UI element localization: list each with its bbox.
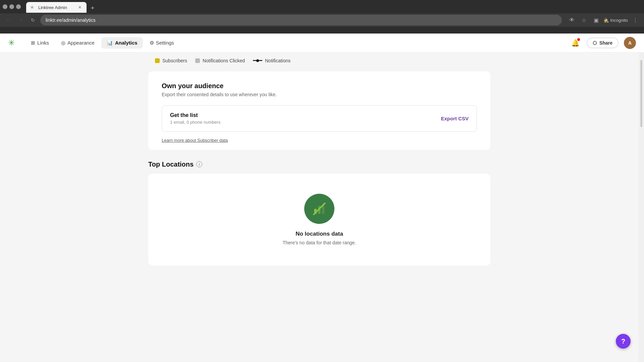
top-locations-title: Top Locations (148, 161, 194, 168)
nav-items: ⊞ Links ◎ Appearance 📊 Analytics ⚙ Setti… (25, 37, 569, 49)
no-locations-data-title: No locations data (296, 231, 343, 237)
address-bar-row: ← → ↻ 👁 ☆ ▣ 🕵 Incognito ⋮ (0, 13, 644, 27)
eye-off-icon[interactable]: 👁 (567, 15, 577, 25)
notifications-label: Notifications (265, 58, 290, 63)
legend-strip: Subscribers Notifications Clicked Notifi… (155, 53, 490, 71)
get-list-title: Get the list (170, 112, 220, 118)
notifications-line-icon (253, 60, 262, 61)
incognito-badge[interactable]: 🕵 Incognito (603, 18, 628, 23)
incognito-label: Incognito (610, 18, 628, 23)
tab-favicon-icon: ✳ (30, 5, 36, 10)
right-scrollbar[interactable] (639, 53, 644, 362)
top-nav: ✳ ⊞ Links ◎ Appearance 📊 Analytics ⚙ Set… (0, 34, 644, 53)
tab-bar: ✳ Linktree Admin ✕ + (23, 1, 100, 13)
no-locations-chart-icon (313, 202, 326, 216)
scrollbar-thumb (640, 60, 642, 127)
nav-analytics-label: Analytics (115, 40, 138, 46)
address-bar-input[interactable] (40, 15, 562, 25)
browser-top-bar: ✳ Linktree Admin ✕ + (0, 0, 644, 13)
legend-notifications-clicked: Notifications Clicked (195, 58, 245, 63)
analytics-bar-icon: 📊 (107, 40, 113, 46)
learn-more-link[interactable]: Learn more about Subscriber data (162, 138, 228, 143)
get-list-card: Get the list 1 email, 0 phone numbers Ex… (162, 105, 477, 132)
main-content[interactable]: Subscribers Notifications Clicked Notifi… (0, 53, 639, 362)
browser-chrome: ✳ Linktree Admin ✕ + ← → ↻ 👁 ☆ ▣ 🕵 Incog… (0, 0, 644, 34)
get-list-subtitle: 1 email, 0 phone numbers (170, 120, 220, 125)
locations-card: No locations data There's no data for th… (148, 174, 490, 265)
get-list-left: Get the list 1 email, 0 phone numbers (170, 112, 220, 125)
maximize-button[interactable] (9, 4, 14, 9)
nav-settings-button[interactable]: ⚙ Settings (144, 37, 179, 49)
settings-gear-icon: ⚙ (150, 40, 154, 46)
nav-appearance-label: Appearance (67, 40, 95, 46)
info-icon[interactable]: i (196, 161, 202, 167)
subscribers-color-dot (155, 58, 160, 63)
share-icon: ⬡ (593, 40, 597, 46)
nav-right: 🔔 ⬡ Share A (569, 37, 636, 49)
section-title-row: Top Locations i (148, 161, 490, 168)
refresh-button[interactable]: ↻ (28, 15, 38, 25)
browser-actions: 👁 ☆ ▣ 🕵 Incognito ⋮ (567, 15, 640, 25)
app-container: ✳ ⊞ Links ◎ Appearance 📊 Analytics ⚙ Set… (0, 34, 644, 362)
own-audience-section: Own your audience Export their consented… (148, 71, 490, 150)
new-tab-button[interactable]: + (88, 3, 97, 13)
top-locations-section: Top Locations i No locations (148, 161, 490, 276)
own-audience-description: Export their consented details to use wh… (162, 92, 477, 97)
back-button[interactable]: ← (4, 15, 13, 25)
tab-title: Linktree Admin (38, 5, 74, 10)
avatar-initials: A (628, 40, 632, 46)
legend-subscribers: Subscribers (155, 58, 187, 63)
avatar[interactable]: A (624, 37, 636, 49)
sidebar-icon[interactable]: ▣ (591, 15, 601, 25)
nav-links-button[interactable]: ⊞ Links (25, 37, 54, 49)
minimize-button[interactable] (3, 4, 7, 9)
close-button[interactable] (16, 4, 21, 9)
nav-logo[interactable]: ✳ (8, 38, 15, 48)
help-button[interactable]: ? (616, 334, 631, 349)
share-label: Share (599, 40, 612, 46)
own-audience-title: Own your audience (162, 82, 477, 90)
linktree-logo-icon: ✳ (8, 38, 15, 48)
incognito-icon: 🕵 (603, 18, 609, 23)
notifications-clicked-label: Notifications Clicked (203, 58, 245, 63)
nav-appearance-button[interactable]: ◎ Appearance (56, 37, 100, 49)
links-grid-icon: ⊞ (31, 40, 35, 46)
legend-notifications: Notifications (253, 58, 290, 63)
notification-button[interactable]: 🔔 (569, 37, 581, 49)
bookmark-icon[interactable]: ☆ (579, 15, 589, 25)
content-wrapper: Subscribers Notifications Clicked Notifi… (142, 53, 497, 290)
no-locations-data-desc: There's no data for that date range. (282, 240, 356, 245)
page-layout: Subscribers Notifications Clicked Notifi… (0, 53, 644, 362)
notifications-clicked-color-dot (195, 58, 200, 63)
nav-settings-label: Settings (156, 40, 174, 46)
own-audience-card: Own your audience Export their consented… (148, 71, 490, 150)
notification-dot (577, 38, 580, 41)
subscribers-label: Subscribers (162, 58, 187, 63)
no-data-icon-circle (304, 194, 334, 224)
active-tab[interactable]: ✳ Linktree Admin ✕ (26, 2, 87, 13)
tab-close-button[interactable]: ✕ (77, 5, 83, 10)
window-controls (3, 4, 21, 9)
forward-button[interactable]: → (16, 15, 25, 25)
nav-analytics-button[interactable]: 📊 Analytics (101, 37, 143, 49)
export-csv-button[interactable]: Export CSV (441, 116, 469, 121)
share-button[interactable]: ⬡ Share (587, 38, 619, 48)
more-options-icon[interactable]: ⋮ (631, 15, 640, 25)
nav-links-label: Links (37, 40, 49, 46)
appearance-icon: ◎ (61, 40, 65, 46)
